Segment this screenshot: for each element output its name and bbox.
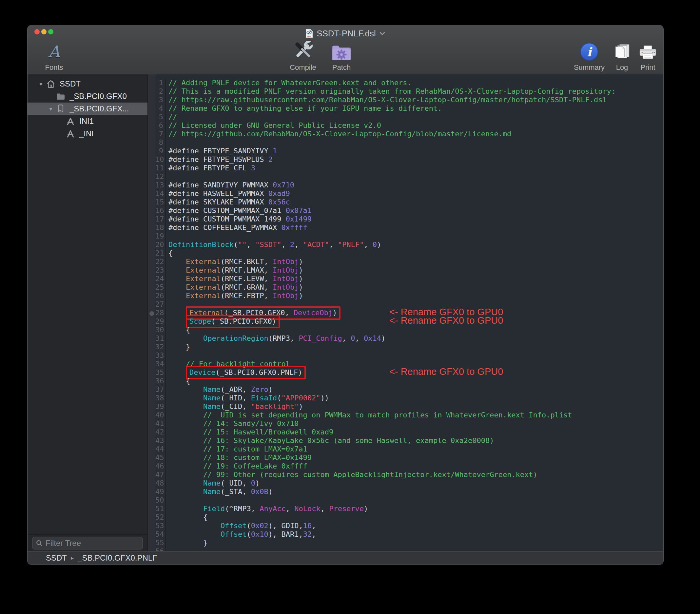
code-line-9[interactable]: 9#define FBTYPE_SANDYIVY 1 [155,147,663,155]
code-line-45[interactable]: 45 // 18: custom LMAX=0x1499 [155,453,663,462]
code-line-11[interactable]: 11#define FBTYPE_CFL 3 [155,164,663,172]
code-line-42[interactable]: 42 // 15: Haswell/Broadwell 0xad9 [155,428,663,436]
patch-button[interactable]: Patch [325,39,358,72]
code-line-47[interactable]: 47 // 99: Other (requires custom AppleBa… [155,471,663,479]
line-number: 8 [155,138,166,147]
code-line-4[interactable]: 4// Rename GFX0 to anything else if your… [155,104,663,113]
fonts-button[interactable]: A Fonts [36,39,72,72]
sidebar-item--sb-pci0-gfx0[interactable]: _SB.PCI0.GFX0 [27,90,148,102]
code-text: External(RMCF.LEVW, IntObj) [166,275,663,283]
code-text: } [166,539,663,547]
code-line-38[interactable]: 38 Name(_HID, EisaId("APP0002")) [155,394,663,402]
code-line-54[interactable]: 54 Offset(0x10), BAR1,32, [155,530,663,539]
code-line-26[interactable]: 26 External(RMCF.FBTP, IntObj) [155,292,663,300]
code-line-35[interactable]: 35 Device(_SB.PCI0.GFX0.PNLF)<- Rename G… [155,368,663,377]
code-line-5[interactable]: 5// [155,113,663,121]
filter-tree-input[interactable]: Filter Tree [32,537,143,550]
code-line-46[interactable]: 46 // 19: CoffeeLake 0xffff [155,462,663,471]
code-line-29[interactable]: 29 Scope(_SB.PCI0.GFX0)<- Rename GFX0 to… [155,317,663,326]
line-number: 50 [155,496,166,504]
code-line-49[interactable]: 49 Name(_STA, 0x0B) [155,488,663,496]
window-title-group: DSL SSDT-PNLF.dsl [27,28,663,39]
code-line-1[interactable]: 1// Adding PNLF device for WhateverGreen… [155,79,663,87]
code-line-41[interactable]: 41 // 14: Sandy/Ivy 0x710 [155,419,663,428]
code-line-40[interactable]: 40 // _UID is set depending on PWMMax to… [155,411,663,419]
compile-button[interactable]: Compile [283,39,323,72]
line-number: 45 [155,453,166,462]
summary-button[interactable]: i Summary [571,39,607,72]
sidebar-item--sb-pci0-gfx-[interactable]: ▼_SB.PCI0.GFX... [27,102,148,115]
code-editor[interactable]: 1// Adding PNLF device for WhateverGreen… [148,74,663,551]
code-line-39[interactable]: 39 Name(_CID, "backlight") [155,402,663,411]
code-line-17[interactable]: 17#define CUSTOM_PWMMAX_1499 0x1499 [155,215,663,224]
code-line-31[interactable]: 31 OperationRegion(RMP3, PCI_Config, 0, … [155,334,663,343]
disclosure-triangle-icon[interactable]: ▼ [37,81,45,87]
code-line-33[interactable]: 33 [155,351,663,360]
content-area: ▼SSDT_SB.PCI0.GFX0▼_SB.PCI0.GFX...INI1_I… [27,74,663,551]
code-line-21[interactable]: 21{ [155,249,663,258]
sidebar-item-ini1[interactable]: INI1 [27,115,148,127]
line-number: 14 [155,189,166,198]
print-button[interactable]: Print [635,39,661,72]
code-line-13[interactable]: 13#define SANDYIVY_PWMMAX 0x710 [155,181,663,189]
code-line-43[interactable]: 43 // 16: Skylake/KabyLake 0x56c (and so… [155,436,663,445]
code-text: External(RMCF.FBTP, IntObj) [166,292,663,300]
document-icon[interactable]: DSL [306,29,313,38]
code-line-16[interactable]: 16#define CUSTOM_PWMMAX_07a1 0x07a1 [155,206,663,215]
code-line-30[interactable]: 30 { [155,326,663,334]
code-line-24[interactable]: 24 External(RMCF.LEVW, IntObj) [155,275,663,283]
line-number: 10 [155,155,166,164]
code-line-18[interactable]: 18#define COFFEELAKE_PWMMAX 0xffff [155,224,663,232]
line-number: 44 [155,445,166,453]
breadcrumb-leaf[interactable]: _SB.PCI0.GFX0.PNLF [78,553,157,563]
code-line-14[interactable]: 14#define HASWELL_PWMMAX 0xad9 [155,189,663,198]
line-number: 31 [155,334,166,343]
line-number: 3 [155,96,166,104]
breadcrumb-separator-icon: ▸ [71,554,74,562]
code-line-23[interactable]: 23 External(RMCF.LMAX, IntObj) [155,266,663,275]
code-line-7[interactable]: 7// https://github.com/RehabMan/OS-X-Clo… [155,130,663,138]
code-text: // 17: custom LMAX=0x7a1 [166,445,663,453]
code-line-2[interactable]: 2// This is a modified PNLF version orig… [155,87,663,96]
code-line-37[interactable]: 37 Name(_ADR, Zero) [155,385,663,394]
line-number: 33 [155,351,166,360]
code-line-50[interactable]: 50 [155,496,663,504]
code-line-6[interactable]: 6// Licensed under GNU General Public Li… [155,121,663,130]
line-number: 23 [155,266,166,275]
disclosure-triangle-icon[interactable]: ▼ [47,106,55,112]
method-icon [65,129,76,138]
code-text: // 19: CoffeeLake 0xffff [166,462,663,471]
code-text: { [166,377,663,385]
code-line-22[interactable]: 22 External(RMCF.BKLT, IntObj) [155,258,663,266]
patch-folder-gear-icon [325,39,358,61]
code-line-55[interactable]: 55 } [155,539,663,547]
code-line-20[interactable]: 20DefinitionBlock("", "SSDT", 2, "ACDT",… [155,240,663,249]
code-line-12[interactable]: 12 [155,172,663,181]
code-text: // 18: custom LMAX=0x1499 [166,453,663,462]
code-line-36[interactable]: 36 { [155,377,663,385]
code-line-15[interactable]: 15#define SKYLAKE_PWMMAX 0x56c [155,198,663,206]
code-line-51[interactable]: 51 Field(^RMP3, AnyAcc, NoLock, Preserve… [155,504,663,513]
breadcrumb-root[interactable]: SSDT [46,553,67,563]
code-line-44[interactable]: 44 // 17: custom LMAX=0x7a1 [155,445,663,453]
chevron-down-icon[interactable] [379,32,385,35]
sidebar-item-ssdt[interactable]: ▼SSDT [27,78,148,90]
code-text: // _UID is set depending on PWMMax to ma… [166,411,663,419]
sidebar-item--ini[interactable]: _INI [27,127,148,140]
log-button[interactable]: Log [611,39,634,72]
code-line-8[interactable]: 8 [155,138,663,147]
line-number: 29 [155,317,166,326]
code-text: #define CUSTOM_PWMMAX_1499 0x1499 [166,215,663,224]
code-text: Name(_CID, "backlight") [166,402,663,411]
code-line-19[interactable]: 19 [155,232,663,240]
code-line-52[interactable]: 52 { [155,513,663,522]
code-line-25[interactable]: 25 External(RMCF.GRAN, IntObj) [155,283,663,292]
code-line-10[interactable]: 10#define FBTYPE_HSWPLUS 2 [155,155,663,164]
line-marker-dot [149,311,154,316]
line-number: 47 [155,471,166,479]
sidebar-item-label: SSDT [60,79,80,88]
code-line-32[interactable]: 32 } [155,343,663,351]
code-line-48[interactable]: 48 Name(_UID, 0) [155,479,663,488]
code-line-53[interactable]: 53 Offset(0x02), GDID,16, [155,522,663,530]
code-line-3[interactable]: 3// https://raw.githubusercontent.com/Re… [155,96,663,104]
